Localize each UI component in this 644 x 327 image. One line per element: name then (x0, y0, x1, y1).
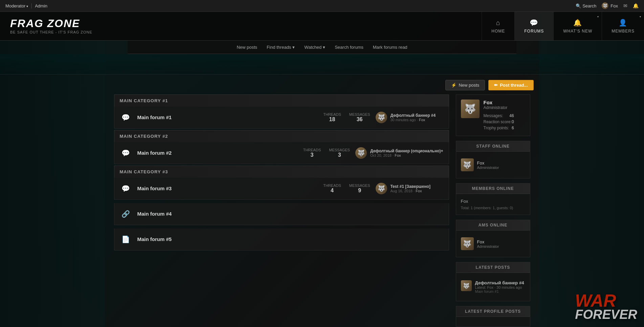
latest-post-forum-1: Main forum #1 (475, 289, 524, 293)
category-2-section: MAIN CATEGORY #2 💬 Main forum #2 Threads (114, 130, 449, 164)
action-row: ⚡ New posts ✏ Post thread... (111, 80, 534, 90)
content-container: ⚡ New posts ✏ Post thread... MAIN CATEGO (0, 74, 644, 327)
whats-new-icon: 🔔 (573, 19, 582, 27)
forum-2-name[interactable]: Main forum #2 (137, 150, 172, 156)
standalone-forum-5: 📄 Main forum #5 (114, 228, 449, 250)
threads-label-3: Threads (323, 183, 341, 188)
logo-subtitle: BE SAFE OUT THERE - IT'S FRAG ZONE (10, 30, 95, 34)
reaction-stat: Reaction score: 0 (484, 119, 514, 125)
profile-username[interactable]: Fox (484, 100, 514, 105)
latest-profile-posts-body (456, 317, 530, 326)
messages-stat-val: 46 (509, 113, 514, 118)
logo-title: FRAG ZONE (10, 18, 95, 29)
new-posts-button[interactable]: ⚡ New posts (445, 80, 485, 90)
member-fox-link[interactable]: Fox (461, 199, 468, 204)
sidebar: 🐺 Fox Administrator Messages: (456, 94, 530, 327)
threads-label-1: Threads (323, 112, 341, 116)
post-thread-label: Post thread... (500, 83, 528, 88)
ams-online-body: 🐺 Fox Administrator (456, 231, 530, 257)
nav-forums[interactable]: 💬 FORUMS (514, 12, 553, 40)
members-list: Fox (461, 199, 525, 204)
nav-whats-new[interactable]: 🔔 WHAT'S NEW (553, 12, 602, 40)
standalone-forum-4: 🔗 Main forum #4 (114, 203, 449, 225)
category-2-header: MAIN CATEGORY #2 (114, 130, 449, 142)
staff-avatar-fox: 🐺 (461, 158, 474, 171)
trophy-stat: Trophy points: 6 (484, 125, 514, 131)
nav-forums-label: FORUMS (524, 29, 544, 34)
category-1-header: MAIN CATEGORY #1 (114, 94, 449, 107)
nav-whats-new-label: WHAT'S NEW (563, 29, 592, 34)
forum-4-name[interactable]: Main forum #4 (137, 211, 172, 217)
nav-home[interactable]: ⌂ HOME (482, 12, 514, 40)
profile-card: 🐺 Fox Administrator Messages: (456, 94, 530, 136)
ams-role-fox: Administrator (477, 244, 499, 248)
reaction-stat-val: 0 (512, 119, 514, 124)
subnav-search-forums[interactable]: Search forums (331, 42, 368, 52)
subnav-find-threads[interactable]: Find threads ▾ (263, 42, 299, 52)
forum-2-last-title: Дефолтный баннер (опционально)+ (370, 149, 443, 153)
members-icon: 👤 (619, 19, 627, 27)
top-bar: Moderator | Admin 🔍 Search 🐺 Fox ✉ 🔔 (0, 0, 644, 12)
latest-post-meta-1: Latest: Fox · 30 minutes ago (475, 285, 524, 289)
forum-4-info: Main forum #4 (137, 211, 443, 217)
forum-1-threads: Threads 18 (323, 112, 341, 123)
last-post-user-3[interactable]: Fox (416, 189, 422, 193)
last-post-user-2[interactable]: Fox (395, 153, 401, 157)
forum-2-icon: 💬 (120, 147, 132, 159)
forum-1-last-info: Дефолтный баннер #4 30 minutes ago · Fox (391, 113, 436, 122)
latest-posts-body: 🐺 Дефолтный баннер #4 Latest: Fox · 30 m… (456, 273, 530, 301)
forum-2-stats: Threads 3 Messages 3 (303, 148, 350, 158)
admin-link[interactable]: Admin (35, 3, 47, 8)
forum-1-icon: 💬 (120, 111, 132, 124)
last-post-time-2: Oct 20, 2018 (370, 153, 392, 157)
threads-value-1: 18 (329, 116, 335, 123)
nav-home-label: HOME (491, 29, 505, 34)
latest-post-title-1[interactable]: Дефолтный баннер #4 (475, 280, 524, 285)
post-thread-button[interactable]: ✏ Post thread... (488, 80, 533, 90)
threads-value-2: 3 (310, 152, 313, 158)
forum-row-3: 💬 Main forum #3 Threads 4 (114, 178, 449, 200)
site-header: FRAG ZONE BE SAFE OUT THERE - IT'S FRAG … (0, 12, 644, 41)
forum-2-last-post: 🐺 Дефолтный баннер (опционально)+ Oct 20… (355, 147, 443, 159)
profile-role: Administrator (484, 105, 514, 110)
forum-3-last-title: Test #1 [Завершено] (391, 184, 430, 189)
search-label: Search (582, 3, 596, 8)
forum-1-messages: Messages 36 (349, 112, 370, 123)
ams-name-fox[interactable]: Fox (477, 239, 499, 244)
staff-name-fox[interactable]: Fox (477, 160, 499, 166)
sub-nav: New posts Find threads ▾ Watched ▾ Searc… (128, 41, 516, 54)
notifications-icon[interactable]: 🔔 (633, 3, 639, 8)
category-3-section: MAIN CATEGORY #3 💬 Main forum #3 Threads (114, 166, 449, 200)
forum-5-info: Main forum #5 (137, 236, 443, 242)
nav-members[interactable]: 👤 MEMBERS (602, 12, 644, 40)
moderator-menu[interactable]: Moderator (5, 3, 28, 8)
find-threads-arrow: ▾ (292, 45, 295, 50)
last-post-user-1[interactable]: Fox (419, 118, 425, 122)
nav-members-label: MEMBERS (612, 29, 635, 34)
latest-post-info-1: Дефолтный баннер #4 Latest: Fox · 30 min… (475, 280, 524, 293)
forum-3-name[interactable]: Main forum #3 (137, 186, 172, 191)
forum-1-name[interactable]: Main forum #1 (137, 114, 172, 120)
staff-online-header: STAFF ONLINE (456, 141, 530, 152)
subnav-mark-read[interactable]: Mark forums read (369, 42, 412, 52)
subnav-new-posts[interactable]: New posts (232, 42, 261, 52)
forum-5-name[interactable]: Main forum #5 (137, 236, 172, 242)
watched-label: Watched (304, 45, 321, 50)
latest-profile-posts-card: LATEST PROFILE POSTS (456, 306, 530, 327)
mail-icon[interactable]: ✉ (623, 3, 627, 8)
messages-stat-label: Messages: (484, 113, 503, 118)
main-wrapper: FRAG ZONE BE SAFE OUT THERE - IT'S FRAG … (0, 12, 644, 327)
search-link[interactable]: 🔍 Search (576, 3, 596, 8)
ams-item-fox: 🐺 Fox Administrator (461, 235, 525, 252)
forum-3-info: Main forum #3 (137, 186, 318, 192)
username-label: Fox (610, 3, 618, 8)
forum-row-2: 💬 Main forum #2 Threads 3 (114, 142, 449, 164)
user-menu[interactable]: 🐺 Fox (602, 2, 618, 9)
category-1-section: MAIN CATEGORY #1 💬 Main forum #1 Threads (114, 94, 449, 129)
ams-online-card: AMS ONLINE 🐺 Fox Administrator (456, 220, 530, 257)
messages-value-2: 3 (338, 152, 341, 158)
top-bar-left: Moderator | Admin (5, 3, 47, 9)
lightning-icon: ⚡ (451, 83, 457, 88)
forum-3-threads: Threads 4 (323, 183, 341, 194)
subnav-watched[interactable]: Watched ▾ (300, 42, 329, 52)
